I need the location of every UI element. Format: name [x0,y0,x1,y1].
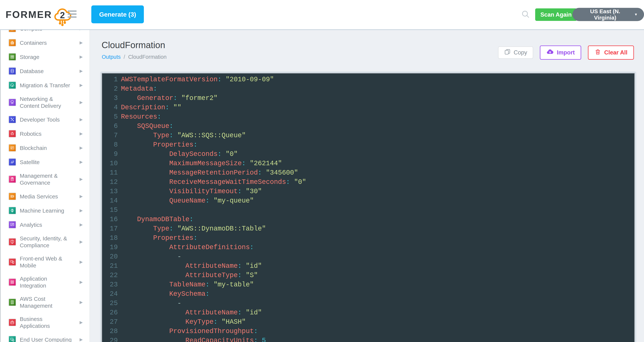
code-line: 7 Type: "AWS::SQS::Queue" [102,131,634,140]
cloud-upload-icon [546,48,554,57]
aws-analytics-icon [8,221,16,228]
aws-networking-icon [8,99,16,106]
line-number: 4 [102,103,118,112]
sidebar-item-storage[interactable]: Storage▶ [0,50,90,64]
breadcrumb-current: CloudFormation [128,54,166,60]
sidebar-item-label: Networking &Content Delivery [20,96,61,109]
sidebar-item-label: Storage [20,54,39,60]
aws-satellite-icon [8,158,16,166]
sidebar-item-blockchain[interactable]: Blockchain▶ [0,141,90,155]
output-actions: Copy Import Clear All [498,45,634,60]
code-line: 13 VisibilityTimeout: "30" [102,187,634,196]
sidebar-item-end-user-computing[interactable]: End User Computing▶ [0,332,90,342]
code-line: 26 AttributeName: "id" [102,308,634,317]
svg-text:2: 2 [60,10,65,20]
code-line: 22 AttributeType: "S" [102,271,634,280]
region-label: US East (N. Virginia) [579,8,632,21]
sidebar-item-business-applications[interactable]: BusinessApplications▶ [0,312,90,332]
sidebar-item-label: Database [20,68,44,75]
main-content: CloudFormation Outputs/CloudFormation Co… [90,30,644,342]
aws-management-governance-icon [8,175,16,183]
line-number: 1 [102,75,118,84]
hamburger-menu-icon[interactable] [68,11,76,18]
code-editor[interactable]: 1AWSTemplateFormatVersion: "2010-09-09"2… [102,73,635,342]
code-line: 20 - [102,252,634,261]
chevron-right-icon: ▶ [80,145,83,150]
sidebar-item-label: Security, Identity, &Compliance [20,235,67,249]
region-selector[interactable]: US East (N. Virginia) ▼ [572,8,644,21]
sidebar-item-satellite[interactable]: Satellite▶ [0,155,90,169]
breadcrumb-outputs-link[interactable]: Outputs [102,54,121,60]
sidebar-item-label: Front-end Web &Mobile [20,255,62,269]
sidebar-item-compute[interactable]: Compute▶ [0,30,90,36]
sidebar-item-migration-transfer[interactable]: Migration & Transfer▶ [0,78,90,92]
chevron-right-icon: ▶ [80,222,83,227]
chevron-right-icon: ▶ [80,260,83,264]
chevron-right-icon: ▶ [80,83,83,88]
copy-icon [504,49,511,57]
chevron-right-icon: ▶ [80,100,83,105]
line-number: 25 [102,299,118,308]
chevron-right-icon: ▶ [80,300,83,305]
aws-cost-management-icon [8,298,16,306]
logo-text: FORMER [6,7,52,22]
code-line: 18 Properties: [102,233,634,243]
chevron-right-icon: ▶ [80,117,83,122]
chevron-right-icon: ▶ [80,131,83,136]
clear-all-button-label: Clear All [604,49,628,56]
clear-all-button[interactable]: Clear All [588,46,634,60]
sidebar-item-analytics[interactable]: Analytics▶ [0,218,90,232]
sidebar-item-label: Robotics [20,130,42,137]
sidebar-item-application-integration[interactable]: ApplicationIntegration▶ [0,272,90,292]
scan-again-button[interactable]: Scan Again [535,9,577,21]
line-number: 22 [102,271,118,280]
sidebar-item-developer-tools[interactable]: Developer Tools▶ [0,112,90,127]
sidebar-item-database[interactable]: Database▶ [0,64,90,78]
chevron-right-icon: ▶ [80,208,83,213]
former2-logo[interactable]: FORMER 2 [6,7,72,28]
code-line: 5Resources: [102,112,634,122]
code-line: 25 - [102,299,634,308]
aws-blockchain-icon [8,144,16,152]
copy-button[interactable]: Copy [498,47,533,59]
sidebar-item-label: Migration & Transfer [20,82,70,89]
search-icon[interactable] [522,10,530,20]
sidebar-item-aws-cost-management[interactable]: AWS CostManagement▶ [0,292,90,312]
line-number: 23 [102,280,118,289]
sidebar-item-robotics[interactable]: Robotics▶ [0,127,90,141]
chevron-right-icon: ▶ [80,69,83,74]
chevron-right-icon: ▶ [80,337,83,342]
line-number: 27 [102,317,118,327]
sidebar-item-containers[interactable]: Containers▶ [0,36,90,50]
aws-developer-tools-icon [8,116,16,123]
line-number: 15 [102,205,118,215]
breadcrumb: Outputs/CloudFormation [102,54,166,60]
sidebar-item-label: Developer Tools [20,116,60,123]
sidebar-item-label: Analytics [20,221,42,228]
sidebar-item-machine-learning[interactable]: Machine Learning▶ [0,203,90,218]
line-number: 6 [102,122,118,131]
sidebar-item-label: BusinessApplications [20,315,50,329]
sidebar-item-networking-content-delivery[interactable]: Networking &Content Delivery▶ [0,92,90,112]
sidebar-scrollbar[interactable] [0,30,1,342]
generate-button[interactable]: Generate (3) [91,6,144,23]
line-number: 18 [102,233,118,243]
line-number: 20 [102,252,118,261]
line-number: 11 [102,168,118,178]
line-number: 12 [102,178,118,187]
sidebar-item-security-identity-compliance[interactable]: Security, Identity, &Compliance▶ [0,232,90,252]
code-line: 14 QueueName: "my-queue" [102,196,634,205]
sidebar-item-label: ApplicationIntegration [20,275,47,289]
line-number: 3 [102,94,118,103]
sidebar-item-management-governance[interactable]: Management &Governance▶ [0,169,90,189]
aws-security-icon [8,238,16,246]
sidebar-item-front-end-web-mobile[interactable]: Front-end Web &Mobile▶ [0,252,90,272]
sidebar-item-media-services[interactable]: Media Services▶ [0,189,90,203]
import-button[interactable]: Import [540,46,581,60]
code-line: 6 SQSQueue: [102,122,634,131]
aws-machine-learning-icon [8,207,16,214]
top-header: FORMER 2 Generate (3) Scan Again US East… [0,0,644,30]
chevron-right-icon: ▶ [80,239,83,244]
aws-storage-icon [8,53,16,61]
sidebar-item-label: Compute [20,30,42,32]
